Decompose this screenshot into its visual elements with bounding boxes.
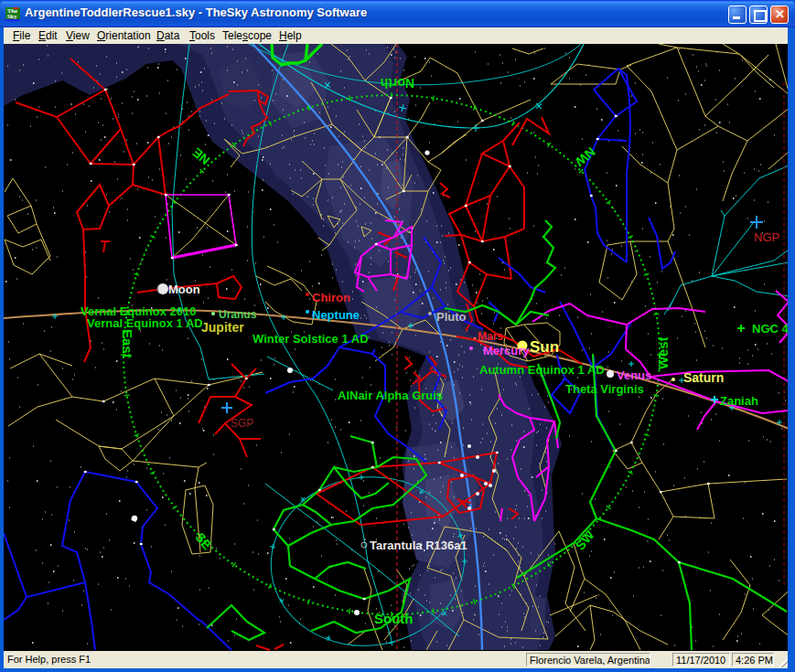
svg-text:Uranus: Uranus	[219, 308, 257, 321]
svg-text:Autumn Equinox 1 AD: Autumn Equinox 1 AD	[479, 363, 605, 377]
svg-text:NGC 4: NGC 4	[752, 322, 790, 336]
svg-text:Neptune: Neptune	[312, 308, 360, 322]
svg-text:Mars: Mars	[478, 330, 503, 343]
svg-text:Zaniah: Zaniah	[720, 394, 758, 408]
svg-text:Theta Virginis: Theta Virginis	[565, 382, 644, 396]
svg-text:North: North	[381, 76, 414, 91]
svg-text:East: East	[120, 329, 135, 358]
svg-text:South: South	[374, 611, 414, 626]
svg-text:Vernal Equinox 1 AD: Vernal Equinox 1 AD	[87, 316, 203, 330]
svg-text:Pluto: Pluto	[436, 310, 467, 324]
svg-text:Moon: Moon	[168, 283, 200, 296]
svg-text:AlNair Alpha Gruis: AlNair Alpha Gruis	[338, 389, 443, 402]
svg-text:West: West	[655, 336, 671, 369]
svg-text:Chiron: Chiron	[312, 291, 350, 304]
svg-text:Jupiter: Jupiter	[201, 320, 244, 335]
svg-text:SGP: SGP	[231, 417, 253, 430]
svg-text:NGP: NGP	[754, 230, 779, 244]
svg-text:Mercury: Mercury	[483, 344, 530, 357]
svg-text:Saturn: Saturn	[683, 370, 724, 385]
svg-text:Sun: Sun	[530, 338, 559, 356]
svg-text:Venus: Venus	[617, 368, 651, 382]
svg-text:Tarantula R136a1: Tarantula R136a1	[370, 539, 467, 552]
svg-text:Winter Solstice 1 AD: Winter Solstice 1 AD	[252, 332, 369, 346]
